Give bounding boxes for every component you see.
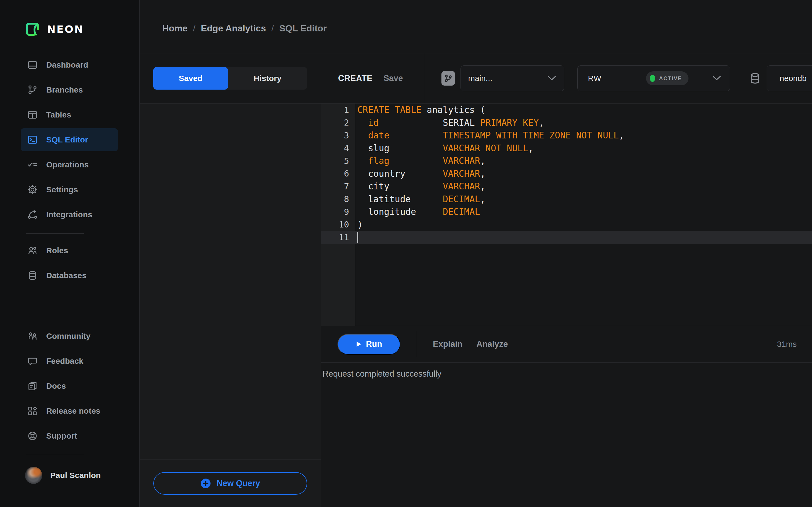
- line-number: 7: [321, 180, 355, 193]
- code-editor[interactable]: 1CREATE TABLE analytics (2 id SERIAL PRI…: [321, 104, 812, 326]
- breadcrumb-item: SQL Editor: [279, 23, 327, 34]
- database-select[interactable]: neondb: [767, 65, 812, 91]
- code-line-7: 7 city VARCHAR,: [321, 180, 812, 193]
- database-icon: [749, 72, 761, 84]
- queries-toggle-row: SavedHistory: [140, 53, 321, 104]
- tab-saved[interactable]: Saved: [153, 67, 228, 90]
- actions-divider: [417, 331, 417, 357]
- operations-icon: [27, 159, 38, 170]
- tab-history[interactable]: History: [228, 67, 307, 90]
- code-line-content: [355, 231, 812, 244]
- code-line-8: 8 latitude DECIMAL,: [321, 193, 812, 206]
- feedback-icon: [27, 356, 38, 367]
- line-number: 3: [321, 129, 355, 142]
- sidebar-item-label: Community: [46, 332, 91, 341]
- new-query-button[interactable]: New Query: [153, 472, 307, 495]
- sidebar-item-label: Settings: [46, 185, 78, 194]
- sidebar-item-label: Docs: [46, 382, 66, 391]
- sidebar-item-integrations[interactable]: Integrations: [21, 203, 118, 226]
- sidebar-item-dashboard[interactable]: Dashboard: [21, 53, 118, 76]
- sidebar-item-branches[interactable]: Branches: [21, 78, 118, 101]
- code-line-3: 3 date TIMESTAMP WITH TIME ZONE NOT NULL…: [321, 129, 812, 142]
- branch-select[interactable]: main...: [460, 65, 564, 91]
- sidebar-item-label: Support: [46, 431, 77, 441]
- explain-button[interactable]: Explain: [433, 339, 462, 349]
- line-number: 6: [321, 167, 355, 180]
- query-tab-title[interactable]: CREATE: [338, 73, 372, 83]
- docs-icon: [27, 381, 38, 391]
- endpoint-select[interactable]: RW ACTIVE: [577, 65, 730, 91]
- save-button[interactable]: Save: [384, 73, 403, 83]
- editor-actions-row: Run Explain Analyze 31ms: [321, 326, 812, 363]
- tables-icon: [27, 109, 38, 120]
- user-name: Paul Scanlon: [50, 471, 101, 480]
- line-number: 5: [321, 155, 355, 167]
- code-line-11: 11: [321, 231, 812, 244]
- sidebar-item-label: Integrations: [46, 210, 92, 219]
- code-line-content: city VARCHAR,: [355, 180, 812, 193]
- sidebar-item-label: Release notes: [46, 406, 100, 415]
- sidebar-item-community[interactable]: Community: [21, 325, 118, 348]
- sidebar-item-label: Feedback: [46, 356, 83, 365]
- sidebar-item-operations[interactable]: Operations: [21, 153, 118, 176]
- line-number: 10: [321, 218, 355, 231]
- database-select-value: neondb: [780, 74, 807, 83]
- sidebar-item-docs[interactable]: Docs: [21, 375, 118, 398]
- code-line-content: latitude DECIMAL,: [355, 193, 812, 206]
- sidebar-item-support[interactable]: Support: [21, 425, 118, 447]
- sidebar-item-settings[interactable]: Settings: [21, 178, 118, 201]
- code-line-content: ): [355, 218, 812, 231]
- sidebar-item-sql-editor[interactable]: SQL Editor: [21, 128, 118, 151]
- sidebar-item-tables[interactable]: Tables: [21, 103, 118, 126]
- run-label: Run: [366, 339, 382, 349]
- sidebar-item-label: Dashboard: [46, 60, 88, 69]
- plus-circle-icon: [201, 478, 211, 489]
- breadcrumb-separator: /: [271, 23, 273, 34]
- sidebar-divider: [26, 233, 84, 234]
- sidebar-item-databases[interactable]: Databases: [21, 264, 118, 287]
- new-query-label: New Query: [217, 478, 260, 488]
- saved-history-toggle: SavedHistory: [153, 67, 307, 90]
- sidebar-item-feedback[interactable]: Feedback: [21, 349, 118, 373]
- sidebar-item-label: Tables: [46, 110, 71, 119]
- gutter-empty: [321, 244, 355, 326]
- databases-icon: [27, 270, 38, 281]
- endpoint-status-badge: ACTIVE: [646, 71, 688, 85]
- sidebar-item-release-notes[interactable]: Release notes: [21, 399, 118, 422]
- query-result-message: Request completed successfully: [321, 363, 812, 507]
- editor-topbar: CREATE Save main... RW: [321, 53, 812, 104]
- sql-editor-pane: CREATE Save main... RW: [321, 53, 812, 507]
- sidebar-nav-main: DashboardBranchesTablesSQL EditorOperati…: [21, 53, 118, 228]
- sidebar-divider-bottom: [26, 455, 84, 455]
- code-line-content: flag VARCHAR,: [355, 155, 812, 167]
- sidebar-item-roles[interactable]: Roles: [21, 239, 118, 262]
- sidebar-nav-footer: CommunityFeedbackDocsRelease notesSuppor…: [21, 325, 118, 449]
- sidebar-item-label: Branches: [46, 85, 83, 95]
- line-number: 2: [321, 116, 355, 129]
- analyze-button[interactable]: Analyze: [476, 339, 508, 349]
- brand-name: NEON: [47, 23, 84, 35]
- community-icon: [27, 331, 38, 341]
- chevron-down-icon: [548, 76, 556, 81]
- roles-icon: [27, 245, 38, 256]
- user-menu[interactable]: Paul Scanlon: [21, 467, 118, 484]
- branch-icon-button[interactable]: [442, 71, 455, 86]
- code-line-9: 9 longitude DECIMAL: [321, 206, 812, 218]
- code-line-content: id SERIAL PRIMARY KEY,: [355, 116, 812, 129]
- run-button[interactable]: Run: [338, 334, 400, 355]
- neon-logo-icon: [25, 22, 40, 37]
- breadcrumb-item[interactable]: Home: [162, 23, 188, 34]
- integrations-icon: [27, 209, 38, 220]
- release-notes-icon: [27, 406, 38, 416]
- code-line-content: longitude DECIMAL: [355, 206, 812, 218]
- line-number: 1: [321, 104, 355, 116]
- avatar: [25, 467, 42, 484]
- code-line-2: 2 id SERIAL PRIMARY KEY,: [321, 116, 812, 129]
- queries-panel: SavedHistory New Query: [140, 53, 321, 507]
- brand-logo[interactable]: NEON: [25, 22, 118, 37]
- breadcrumb-item[interactable]: Edge Analytics: [201, 23, 266, 34]
- code-line-4: 4 slug VARCHAR NOT NULL,: [321, 142, 812, 155]
- line-number: 11: [321, 231, 355, 244]
- code-line-5: 5 flag VARCHAR,: [321, 155, 812, 167]
- line-number: 8: [321, 193, 355, 206]
